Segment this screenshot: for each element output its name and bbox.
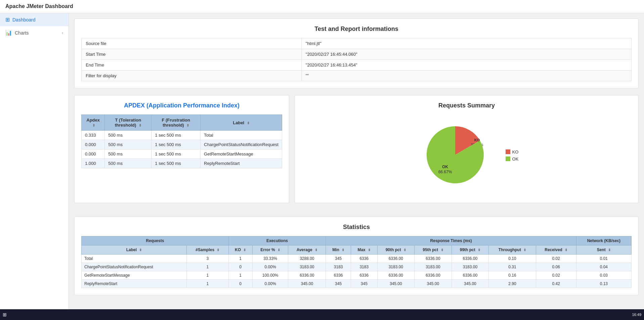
requests-summary-card: Requests Summary KO 33.33% bbox=[295, 95, 639, 203]
dashboard-icon: ⊞ bbox=[5, 16, 10, 23]
apdex-val: 1.000 bbox=[82, 159, 105, 168]
stats-h-min: Min ⇕ bbox=[326, 245, 351, 255]
stats-h-ko: KO ⇕ bbox=[228, 245, 252, 255]
stats-max: 6336 bbox=[351, 271, 378, 280]
taskbar-time: 16:49 bbox=[632, 313, 641, 317]
report-key: Source file bbox=[82, 38, 302, 49]
stats-p90: 6336.00 bbox=[377, 255, 415, 263]
stats-avg: 3183.00 bbox=[288, 263, 326, 271]
stats-p95: 6336.00 bbox=[415, 271, 452, 280]
stats-samples: 1 bbox=[186, 263, 228, 271]
report-info-row: Filter for display"" bbox=[82, 71, 632, 81]
apdex-col-f: F (Frustration threshold) ⇕ bbox=[152, 115, 201, 131]
stats-label: GetRemoteStartMessage bbox=[82, 271, 187, 280]
apdex-col-t: T (Toleration threshold) ⇕ bbox=[105, 115, 152, 131]
stats-h-p95: 95th pct ⇕ bbox=[415, 245, 452, 255]
stats-label: Total bbox=[82, 255, 187, 263]
stats-samples: 1 bbox=[186, 271, 228, 280]
stats-samples: 3 bbox=[186, 255, 228, 263]
sidebar-item-dashboard[interactable]: ⊞ Dashboard bbox=[0, 13, 69, 26]
apdex-col-apdex: Apdex ⇕ bbox=[82, 115, 105, 131]
stats-min: 3183 bbox=[326, 263, 351, 271]
sidebar: ⊞ Dashboard 📊 Charts ‹ bbox=[0, 13, 69, 309]
report-value: "2020/02/27 16:46:13.454" bbox=[301, 60, 631, 71]
chevron-icon: ‹ bbox=[62, 31, 63, 35]
apdex-t: 500 ms bbox=[105, 159, 152, 168]
stats-received: 0.06 bbox=[536, 263, 576, 271]
apdex-val: 0.333 bbox=[82, 131, 105, 140]
stats-p99: 6336.00 bbox=[452, 271, 489, 280]
apdex-row: 0.000 500 ms 1 sec 500 ms ChargePointSta… bbox=[82, 140, 282, 149]
report-value: "html.jtl" bbox=[301, 38, 631, 49]
report-key: Start Time bbox=[82, 49, 302, 60]
legend-ko-label: KO bbox=[512, 149, 519, 154]
sidebar-item-label: Dashboard bbox=[12, 17, 36, 22]
stats-throughput: 0.10 bbox=[489, 255, 536, 263]
svg-text:66.67%: 66.67% bbox=[438, 170, 452, 174]
stats-col-requests: Requests bbox=[82, 236, 229, 245]
stats-col-response-times: Response Times (ms) bbox=[326, 236, 576, 245]
stats-sent: 0.13 bbox=[576, 280, 631, 288]
stats-ko: 1 bbox=[228, 255, 252, 263]
stats-p90: 345.00 bbox=[377, 280, 415, 288]
sidebar-item-charts[interactable]: 📊 Charts ‹ bbox=[0, 26, 69, 39]
main-content: Test and Report informations Source file… bbox=[69, 13, 644, 309]
taskbar-start-icon[interactable]: ⊞ bbox=[3, 312, 7, 317]
stats-max: 3183 bbox=[351, 263, 378, 271]
app-title: Apache JMeter Dashboard bbox=[5, 3, 73, 9]
two-col-section: APDEX (Application Performance Index) Ap… bbox=[74, 95, 639, 210]
legend-ok-color bbox=[506, 156, 510, 161]
stats-h-p90: 90th pct ⇕ bbox=[377, 245, 415, 255]
top-bar: Apache JMeter Dashboard bbox=[0, 0, 644, 13]
apdex-label: Total bbox=[201, 131, 282, 140]
report-value: "2020/02/27 16:45:44.060" bbox=[301, 49, 631, 60]
stats-row: Total 3 1 33.33% 3288.00 345 6336 6336.0… bbox=[82, 255, 632, 263]
stats-h-label: Label ⇕ bbox=[82, 245, 187, 255]
apdex-label: ReplyRemoteStart bbox=[201, 159, 282, 168]
stats-p99: 345.00 bbox=[452, 280, 489, 288]
stats-avg: 6336.00 bbox=[288, 271, 326, 280]
stats-p90: 3183.00 bbox=[377, 263, 415, 271]
apdex-t: 500 ms bbox=[105, 131, 152, 140]
apdex-table: Apdex ⇕ T (Toleration threshold) ⇕ F (Fr… bbox=[81, 115, 282, 168]
stats-h-avg: Average ⇕ bbox=[288, 245, 326, 255]
report-key: Filter for display bbox=[82, 71, 302, 81]
stats-sent: 0.03 bbox=[576, 271, 631, 280]
sidebar-item-label: Charts bbox=[15, 30, 29, 36]
apdex-card: APDEX (Application Performance Index) Ap… bbox=[74, 95, 289, 203]
stats-error: 0.00% bbox=[252, 263, 288, 271]
stats-throughput: 0.16 bbox=[489, 271, 536, 280]
stats-received: 0.02 bbox=[536, 271, 576, 280]
stats-p95: 3183.00 bbox=[415, 263, 452, 271]
apdex-row: 0.333 500 ms 1 sec 500 ms Total bbox=[82, 131, 282, 140]
stats-p95: 6336.00 bbox=[415, 255, 452, 263]
statistics-title: Statistics bbox=[81, 224, 632, 231]
requests-summary-title: Requests Summary bbox=[302, 102, 632, 109]
apdex-title: APDEX (Application Performance Index) bbox=[81, 102, 282, 109]
stats-error: 0.00% bbox=[252, 280, 288, 288]
stats-row: ChargePointStatusNotificationRequest 1 0… bbox=[82, 263, 632, 271]
stats-max: 6336 bbox=[351, 255, 378, 263]
legend-ok-label: OK bbox=[512, 156, 519, 162]
apdex-row: 0.000 500 ms 1 sec 500 ms GetRemoteStart… bbox=[82, 149, 282, 159]
report-info-card: Test and Report informations Source file… bbox=[74, 18, 639, 88]
stats-min: 345 bbox=[326, 280, 351, 288]
stats-error: 33.33% bbox=[252, 255, 288, 263]
stats-h-max: Max ⇕ bbox=[351, 245, 378, 255]
stats-sent: 0.04 bbox=[576, 263, 631, 271]
stats-p95: 345.00 bbox=[415, 280, 452, 288]
stats-h-sent: Sent ⇕ bbox=[576, 245, 631, 255]
stats-sent: 0.01 bbox=[576, 255, 631, 263]
legend-item-ok: OK bbox=[506, 156, 519, 162]
report-value: "" bbox=[301, 71, 631, 81]
svg-text:OK: OK bbox=[442, 165, 448, 169]
report-info-row: Source file"html.jtl" bbox=[82, 38, 632, 49]
stats-avg: 3288.00 bbox=[288, 255, 326, 263]
statistics-table: Requests Executions Response Times (ms) … bbox=[81, 236, 632, 288]
legend-ko-color bbox=[506, 149, 510, 154]
stats-received: 0.02 bbox=[536, 255, 576, 263]
stats-row: GetRemoteStartMessage 1 1 100.00% 6336.0… bbox=[82, 271, 632, 280]
stats-h-error: Error % ⇕ bbox=[252, 245, 288, 255]
stats-p99: 6336.00 bbox=[452, 255, 489, 263]
stats-max: 345 bbox=[351, 280, 378, 288]
